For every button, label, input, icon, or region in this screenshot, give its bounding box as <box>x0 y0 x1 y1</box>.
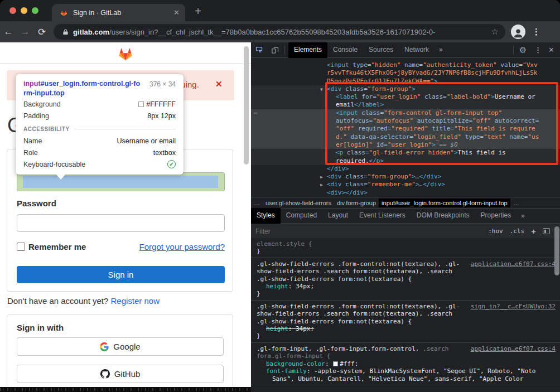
elements-tree-row[interactable]: ▼<div class="form-group"> <box>251 85 560 93</box>
devtools-tab-elements[interactable]: Elements <box>288 42 327 58</box>
expand-arrow-icon[interactable]: ▼ <box>320 86 323 94</box>
style-rule[interactable]: element.style {} <box>251 238 560 258</box>
stylesheet-source-link[interactable]: application…e6f07.css:4 <box>471 345 556 352</box>
register-row: Don't have an account yet? Register now <box>7 296 160 306</box>
elements-tree-row[interactable]: <div></div> <box>251 189 560 197</box>
sidebar-tab-styles[interactable]: Styles <box>251 208 281 224</box>
elements-tree-row[interactable]: </div> <box>251 165 560 173</box>
devtools-tab-console[interactable]: Console <box>327 42 363 58</box>
inspect-tooltip: input#user_login.form-control.gl-form-in… <box>16 74 184 175</box>
settings-gear-icon[interactable]: ⚙ <box>515 45 531 55</box>
new-style-rule-button[interactable]: + <box>531 226 536 236</box>
sidebar-dock-icon[interactable] <box>543 228 550 234</box>
stylesheet-source-link[interactable]: application…e6f07.css:4 <box>471 260 556 268</box>
browser-tab[interactable]: Sign in · GitLab ✕ <box>52 4 185 21</box>
sidebar-tab-layout[interactable]: Layout <box>322 208 354 224</box>
collapse-arrow-icon[interactable]: ▶ <box>320 181 323 189</box>
elements-tree-row[interactable]: <input type="hidden" name="authenticity_… <box>251 61 560 69</box>
color-swatch[interactable] <box>333 361 338 366</box>
elements-tree-row[interactable]: <p class="gl-field-error hidden">This fi… <box>251 149 560 157</box>
style-rule[interactable]: sign_in?__c…cFsUWUyo:32.gl-show-field-er… <box>251 301 560 343</box>
css-declaration-wrap: Sans", Ubuntu, Cantarell, "Helvetica Neu… <box>257 375 556 383</box>
gitlab-signin-page: nuing. ✕ G Password Remember me Forgot y… <box>0 42 251 392</box>
chrome-menu-icon[interactable]: ⋮ <box>532 27 540 37</box>
breadcrumb-item[interactable]: … <box>510 199 522 207</box>
elements-tree-row[interactable]: D5gnzPe5PEnfrQ1JFu7lZekCWA=="> <box>251 78 560 85</box>
css-declaration[interactable]: height: 34px; <box>257 325 556 332</box>
sidebar-tab-dom-breakpoints[interactable]: DOM Breakpoints <box>411 208 475 224</box>
sidebar-tab-event-listeners[interactable]: Event Listeners <box>354 208 411 224</box>
more-tabs-icon[interactable]: » <box>435 42 447 57</box>
remember-checkbox[interactable] <box>17 243 25 251</box>
elements-tree-row[interactable]: required.</p> <box>251 157 560 165</box>
device-toolbar-icon[interactable] <box>267 46 283 54</box>
elements-tree-row[interactable]: ▶<div class="remember-me">…</div> <box>251 181 560 188</box>
more-sidebar-tabs-icon[interactable]: » <box>516 209 529 224</box>
rule-selector-line: element.style { <box>257 240 556 248</box>
forward-icon[interactable]: → <box>17 26 33 37</box>
username-input-highlighted[interactable] <box>17 172 225 191</box>
devtools-menu-icon[interactable]: ⋮ <box>531 46 545 54</box>
breadcrumb-item[interactable]: div.form-group <box>334 199 379 207</box>
breadcrumb-item[interactable]: … <box>251 199 263 207</box>
gitlab-logo-icon <box>117 44 134 62</box>
register-link[interactable]: Register now <box>111 296 160 306</box>
alert-close-icon[interactable]: ✕ <box>215 79 223 89</box>
style-rule[interactable]: application…e6f07.css:4.gl-form-input, .… <box>251 343 560 385</box>
sidebar-tab-computed[interactable]: Computed <box>281 208 322 224</box>
element-classes-toggle[interactable]: .cls <box>510 228 525 235</box>
forgot-password-link[interactable]: Forgot your password? <box>139 242 225 251</box>
breadcrumb-item[interactable]: user.gl-show-field-errors <box>263 199 334 207</box>
remember-row: Remember me Forgot your password? <box>17 242 225 252</box>
sso-title: Sign in with <box>17 323 64 332</box>
sso-card: Sign in with Google <box>7 314 233 392</box>
google-button-label: Google <box>113 342 140 351</box>
node-menu-ellipsis-icon[interactable]: ⋯ <box>254 109 258 117</box>
profile-avatar[interactable] <box>511 25 525 39</box>
devtools-tab-sources[interactable]: Sources <box>363 42 399 58</box>
password-input[interactable] <box>17 214 225 232</box>
pseudo-state-toggle[interactable]: :hov <box>488 228 503 235</box>
elements-tree-row[interactable]: email</label> <box>251 101 560 109</box>
rule-selector-line: .gl-show-field-errors form:not(textarea)… <box>257 275 556 283</box>
elements-tree-row[interactable]: er[login]" id="user_login"> == $0 <box>251 141 560 149</box>
inspect-element-icon[interactable] <box>251 46 267 54</box>
breadcrumb-item[interactable]: input#user_login.form-control.gl-form-in… <box>379 199 510 207</box>
url-bar[interactable]: gitlab.com/users/sign_in?__cf_chl_jschl_… <box>54 24 505 40</box>
css-declaration[interactable]: background-color: #fff; <box>257 360 556 367</box>
reload-icon[interactable]: ⟳ <box>33 26 50 38</box>
window-close-button[interactable] <box>9 7 16 14</box>
google-signin-button[interactable]: Google <box>17 337 224 356</box>
stylesheet-source-link[interactable]: sign_in?__c…cFsUWUyo:32 <box>471 303 556 310</box>
elements-tree-row[interactable]: <label for="user_login" class="label-bol… <box>251 93 560 101</box>
css-declaration[interactable]: font-family: -apple-system, BlinkMacSyst… <box>257 367 556 375</box>
github-signin-button[interactable]: GitHub <box>17 365 224 383</box>
elements-tree-row[interactable]: autofocus="autofocus" autocapitalize="of… <box>251 117 560 125</box>
devtools-tab-network[interactable]: Network <box>399 42 435 58</box>
collapse-arrow-icon[interactable]: ▶ <box>320 173 323 181</box>
new-tab-button[interactable]: + <box>190 5 206 18</box>
github-icon <box>100 369 110 379</box>
window-zoom-button[interactable] <box>32 7 38 14</box>
tab-close-icon[interactable]: ✕ <box>173 8 180 17</box>
styles-scrollbar[interactable] <box>554 226 559 275</box>
elements-tree-row[interactable]: ⋯<input class="form-control gl-form-inpu… <box>251 109 560 117</box>
elements-tree-row[interactable]: r5vvTfku46tX5FhxOG+j8yBYvadG/2JY7NP6fB8s… <box>251 69 560 77</box>
elements-tree-row[interactable]: "off" required="required" title="This fi… <box>251 125 560 133</box>
signin-button[interactable]: Sign in <box>17 266 225 283</box>
page-scrollbar[interactable] <box>244 46 249 164</box>
devtools-close-icon[interactable]: ✕ <box>545 46 560 54</box>
tooltip-background-row: Background #FFFFFF <box>23 98 176 110</box>
css-declaration[interactable]: height: 34px; <box>257 283 556 290</box>
sidebar-tab-properties[interactable]: Properties <box>475 208 517 224</box>
style-rule[interactable]: application…e6f07.css:4.gl-show-field-er… <box>251 258 560 301</box>
window-minimize-button[interactable] <box>21 7 27 14</box>
back-icon[interactable]: ← <box>0 26 17 37</box>
elements-tree-row[interactable]: ▶<div class="form-group">…</div> <box>251 173 560 181</box>
bookmark-star-icon[interactable]: ☆ <box>491 27 499 37</box>
lock-icon[interactable] <box>62 28 69 36</box>
devtools-panel: ElementsConsoleSourcesNetwork » ⚙ ⋮ ✕ <i… <box>251 42 560 392</box>
elements-tree-row[interactable]: d." data-qa-selector="login_field" type=… <box>251 133 560 141</box>
styles-filter-input[interactable] <box>255 228 481 235</box>
remember-label: Remember me <box>28 242 86 251</box>
